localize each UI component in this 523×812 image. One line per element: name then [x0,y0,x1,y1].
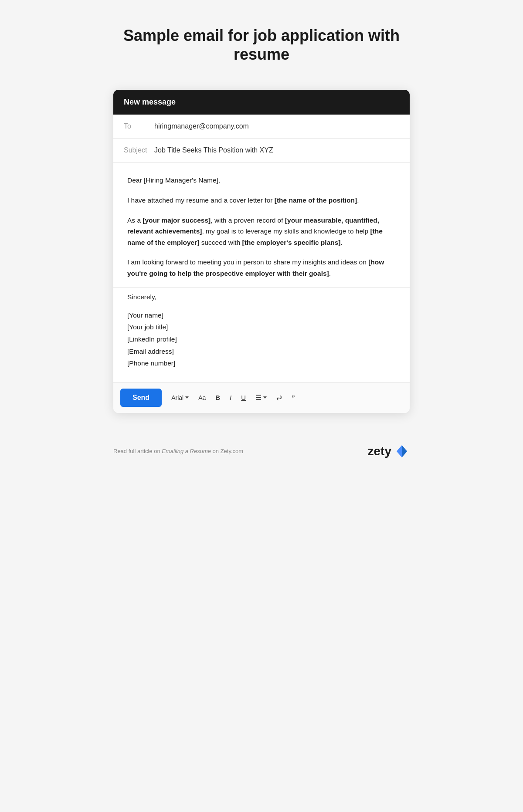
page-title: Sample email for job application with re… [109,26,414,64]
indent-button[interactable]: ⇄ [273,391,285,404]
zety-brand: zety [368,443,410,459]
to-field-row: To hiringmanager@company.com [113,115,410,139]
p1-bold: [the name of the position] [275,196,357,204]
zety-logo-icon [394,443,410,459]
footer-text: Read full article on Emailing a Resume o… [113,448,243,454]
p2-bold1: [your major success] [143,217,211,224]
zety-logo-text: zety [368,444,391,458]
subject-label: Subject [124,146,154,154]
signature-email: [Email address] [127,346,396,357]
greeting-line: Dear [Hiring Manager's Name], [127,175,396,186]
signature-block: Sincerely, [Your name] [Your job title] … [113,288,410,382]
font-size-button[interactable]: Aa [195,392,209,404]
to-label: To [124,122,154,130]
subject-field-row: Subject Job Title Seeks This Position wi… [113,139,410,162]
sincerely-line: Sincerely, [127,291,396,303]
email-fields-section: To hiringmanager@company.com Subject Job… [113,115,410,162]
p2-plain-start: As a [127,217,143,224]
svg-marker-1 [402,445,407,457]
footer-text-start: Read full article on [113,448,162,454]
align-button[interactable]: ☰ [252,391,270,404]
indent-icon: ⇄ [276,393,282,402]
signature-name: [Your name] [127,310,396,321]
signature-linkedin: [LinkedIn profile] [127,334,396,345]
p1-plain-start: I have attached my resume and a cover le… [127,196,275,204]
subject-value[interactable]: Job Title Seeks This Position with XYZ [154,146,273,154]
quote-button[interactable]: ” [288,391,299,404]
p2-mid2: , my goal is to leverage my skills and k… [202,227,370,235]
chevron-down-icon [185,396,189,399]
paragraph-1: I have attached my resume and a cover le… [127,195,396,206]
signature-job-title: [Your job title] [127,321,396,333]
p2-bold4: [the employer's specific plans] [242,239,341,246]
p2-mid3: succeed with [199,239,242,246]
bold-button[interactable]: B [212,391,224,404]
p3-end: . [329,270,331,277]
italic-button[interactable]: I [226,391,235,404]
align-icon: ☰ [255,393,262,402]
footer-article-link[interactable]: Emailing a Resume [162,448,211,454]
email-header: New message [113,90,410,115]
footer-text-end: on Zety.com [211,448,243,454]
email-body: Dear [Hiring Manager's Name], I have att… [113,162,410,288]
p1-plain-end: . [357,196,359,204]
font-label: Arial [171,394,183,401]
email-compose-window: New message To hiringmanager@company.com… [113,90,410,413]
p2-mid1: , with a proven record of [211,217,285,224]
quote-icon: ” [292,394,295,401]
align-chevron-icon [263,396,267,399]
footer: Read full article on Emailing a Resume o… [113,443,410,459]
to-value[interactable]: hiringmanager@company.com [154,122,249,130]
font-selector-button[interactable]: Arial [168,392,192,404]
paragraph-2: As a [your major success], with a proven… [127,215,396,248]
underline-button[interactable]: U [238,391,249,404]
send-button[interactable]: Send [120,389,162,407]
email-toolbar: Send Arial Aa B I U ☰ ⇄ ” [113,382,410,413]
signature-phone: [Phone number] [127,358,396,369]
paragraph-3: I am looking forward to meeting you in p… [127,257,396,279]
p3-plain-start: I am looking forward to meeting you in p… [127,258,368,266]
p2-end: . [341,239,343,246]
new-message-title: New message [124,98,176,106]
